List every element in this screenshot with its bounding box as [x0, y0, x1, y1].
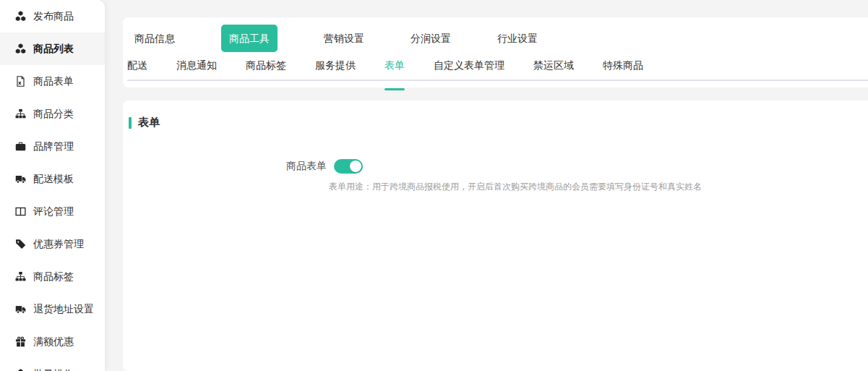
primary-tab-2[interactable]: 营销设置	[324, 25, 364, 52]
sidebar: 发布商品商品列表商品表单商品分类品牌管理配送模板评论管理优惠券管理商品标签退货地…	[0, 0, 105, 371]
tabs-panel: 商品信息商品工具营销设置分润设置行业设置 配送消息通知商品标签服务提供表单自定义…	[123, 17, 868, 88]
sidebar-item-1[interactable]: 商品列表	[0, 33, 105, 65]
primary-tab-0[interactable]: 商品信息	[134, 25, 175, 52]
secondary-tab-4[interactable]: 表单	[384, 58, 405, 82]
sidebar-item-label: 发布商品	[33, 10, 74, 23]
cubes-icon	[14, 43, 26, 55]
section-title-text: 表单	[138, 116, 160, 129]
product-form-row: 商品表单	[123, 159, 868, 174]
sidebar-item-label: 商品表单	[33, 75, 74, 88]
primary-tab-1[interactable]: 商品工具	[221, 25, 278, 52]
secondary-tab-3[interactable]: 服务提供	[315, 58, 356, 82]
product-form-toggle[interactable]	[334, 159, 363, 174]
secondary-tab-6[interactable]: 禁运区域	[533, 58, 574, 82]
sidebar-item-label: 满额优惠	[33, 336, 74, 349]
sidebar-item-label: 评论管理	[33, 205, 74, 218]
truck-icon	[14, 304, 26, 315]
primary-tab-3[interactable]: 分润设置	[411, 25, 451, 52]
columns-icon	[14, 206, 26, 218]
sidebar-item-5[interactable]: 配送模板	[0, 163, 105, 195]
sidebar-item-6[interactable]: 评论管理	[0, 195, 105, 228]
cubes-icon	[14, 11, 26, 22]
secondary-tab-0[interactable]: 配送	[127, 58, 147, 82]
sidebar-item-label: 品牌管理	[33, 140, 74, 153]
tabs-underline-track	[127, 80, 868, 81]
sitemap-icon	[14, 271, 26, 283]
sidebar-item-9[interactable]: 退货地址设置	[0, 293, 105, 325]
sidebar-item-10[interactable]: 满额优惠	[0, 325, 105, 358]
sidebar-item-2[interactable]: 商品表单	[0, 65, 105, 98]
sitemap-icon	[14, 108, 26, 120]
sidebar-item-0[interactable]: 发布商品	[0, 0, 105, 33]
sidebar-item-label: 商品标签	[33, 270, 74, 283]
content-panel: 表单 商品表单 表单用途：用于跨境商品报税使用，开启后首次购买跨境商品的会员需要…	[123, 101, 868, 371]
primary-tab-4[interactable]: 行业设置	[497, 25, 538, 52]
section-title-accent-bar	[129, 117, 132, 129]
product-form-help: 表单用途：用于跨境商品报税使用，开启后首次购买跨境商品的会员需要填写身份证号和真…	[329, 182, 868, 192]
product-form-label: 商品表单	[123, 160, 327, 173]
sidebar-item-7[interactable]: 优惠券管理	[0, 228, 105, 260]
secondary-tab-2[interactable]: 商品标签	[246, 58, 286, 82]
sidebar-item-3[interactable]: 商品分类	[0, 98, 105, 130]
sidebar-item-label: 退货地址设置	[33, 303, 94, 316]
truck-icon	[14, 174, 26, 185]
secondary-tab-5[interactable]: 自定义表单管理	[434, 58, 504, 82]
sidebar-item-8[interactable]: 商品标签	[0, 260, 105, 293]
sidebar-item-label: 商品列表	[33, 43, 74, 56]
secondary-tab-1[interactable]: 消息通知	[176, 58, 217, 82]
sidebar-item-label: 商品分类	[33, 108, 74, 121]
tag-icon	[14, 239, 26, 250]
sidebar-item-label: 配送模板	[33, 173, 74, 186]
gift-icon	[14, 336, 26, 348]
sidebar-item-label: 批量操作	[33, 368, 74, 371]
section-title: 表单	[123, 101, 868, 129]
sidebar-item-label: 优惠券管理	[33, 238, 84, 251]
secondary-tab-bar: 配送消息通知商品标签服务提供表单自定义表单管理禁运区域特殊商品	[123, 58, 868, 82]
cubes-icon	[14, 369, 26, 371]
sidebar-item-4[interactable]: 品牌管理	[0, 130, 105, 163]
briefcase-icon	[14, 141, 26, 153]
sidebar-item-11[interactable]: 批量操作	[0, 358, 105, 371]
file-x-icon	[14, 76, 26, 88]
secondary-tab-bar-wrap: 配送消息通知商品标签服务提供表单自定义表单管理禁运区域特殊商品	[123, 58, 868, 82]
sidebar-nav: 发布商品商品列表商品表单商品分类品牌管理配送模板评论管理优惠券管理商品标签退货地…	[0, 0, 105, 371]
primary-tab-bar: 商品信息商品工具营销设置分润设置行业设置	[123, 17, 868, 52]
toggle-knob-icon	[350, 161, 361, 172]
secondary-tab-7[interactable]: 特殊商品	[603, 58, 643, 82]
